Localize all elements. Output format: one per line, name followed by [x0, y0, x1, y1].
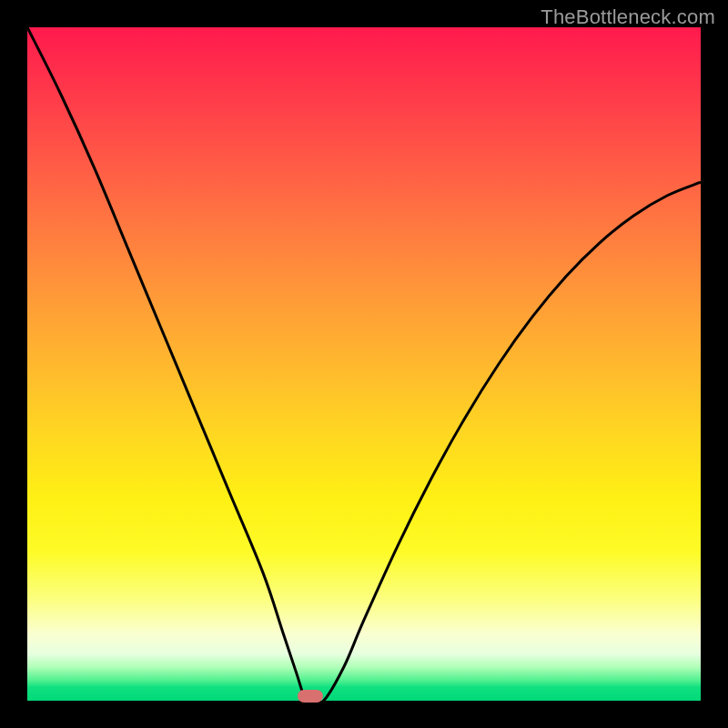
min-marker — [298, 690, 323, 703]
curve-path — [27, 27, 701, 701]
bottleneck-curve — [27, 27, 701, 701]
plot-area — [27, 27, 701, 701]
watermark-text: TheBottleneck.com — [541, 5, 715, 29]
chart-container: TheBottleneck.com — [0, 0, 728, 728]
